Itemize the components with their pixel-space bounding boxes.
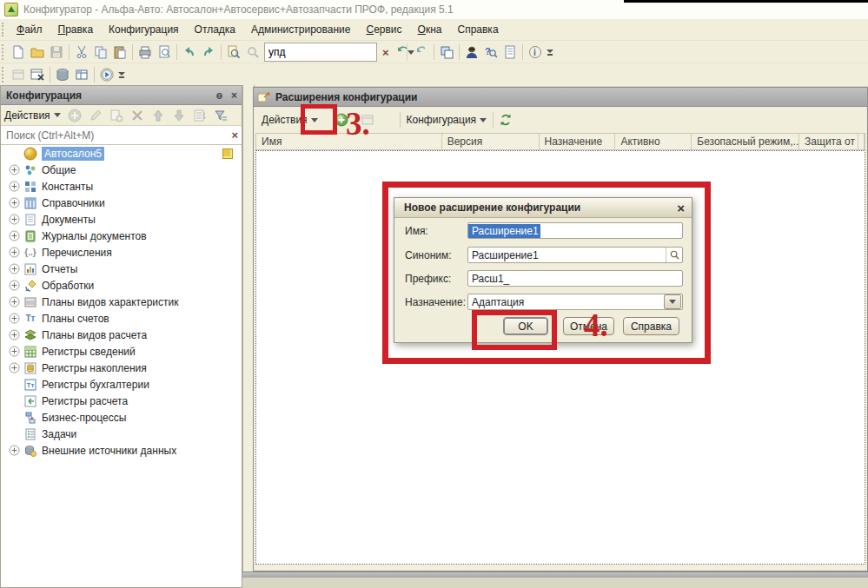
tree-item-catalogs[interactable]: Справочники xyxy=(1,195,242,211)
tree-item-tasks[interactable]: Задачи xyxy=(1,426,242,442)
tree-item-external-data-sources[interactable]: Внешние источники данных xyxy=(1,442,242,459)
expand-icon[interactable] xyxy=(9,296,20,307)
toolbar-overflow-button[interactable] xyxy=(547,50,553,56)
menu-debug[interactable]: Отладка xyxy=(187,21,243,38)
expand-icon[interactable] xyxy=(9,445,20,456)
tree-item-documents[interactable]: Документы xyxy=(1,211,242,228)
extensions-window-titlebar[interactable]: Расширения конфигурации xyxy=(254,88,867,107)
tree-item-business-processes[interactable]: Бизнес-процессы xyxy=(1,409,242,426)
synonym-lookup-button[interactable] xyxy=(666,248,682,262)
start-debugging-button[interactable] xyxy=(97,65,116,84)
tree-item-label[interactable]: Планы видов расчета xyxy=(42,329,147,341)
menu-help[interactable]: Справка xyxy=(449,21,506,38)
expand-icon[interactable] xyxy=(9,362,20,373)
tree-item-chart-of-accounts[interactable]: Тт Планы счетов xyxy=(1,310,242,327)
toolbar-overflow-button[interactable] xyxy=(118,72,125,78)
purpose-field[interactable]: Адаптация xyxy=(467,294,683,310)
paste-button[interactable] xyxy=(110,43,129,62)
templates-button[interactable] xyxy=(500,43,520,62)
tree-item-label[interactable]: Перечисления xyxy=(42,247,112,259)
redo-button[interactable] xyxy=(199,43,218,62)
extensions-actions-button[interactable]: Действия xyxy=(258,112,321,128)
sort-list-button[interactable] xyxy=(189,107,210,124)
edit-button[interactable] xyxy=(85,107,106,124)
tree-item-document-journals[interactable]: Журналы документов xyxy=(1,228,242,244)
tree-item-label[interactable]: Общие xyxy=(42,164,76,176)
name-field[interactable]: Расширение1 xyxy=(467,222,683,239)
column-purpose[interactable]: Назначение xyxy=(540,134,616,149)
expand-icon[interactable] xyxy=(9,164,20,175)
menu-file[interactable]: Файл xyxy=(9,21,50,38)
tree-item-label[interactable]: Задачи xyxy=(42,428,76,440)
expand-icon[interactable] xyxy=(9,214,20,225)
synonym-field[interactable]: Расширение1 xyxy=(467,247,683,263)
delete-extension-button[interactable] xyxy=(358,110,377,129)
syntax-check-modules-button[interactable] xyxy=(412,43,431,62)
menu-service[interactable]: Сервис xyxy=(358,21,409,38)
move-down-button[interactable] xyxy=(169,107,189,124)
actions-menu-button[interactable]: Действия xyxy=(1,108,64,123)
info-button[interactable]: i xyxy=(526,43,545,62)
menu-administration[interactable]: Администрирование xyxy=(243,21,358,38)
user-settings-button[interactable] xyxy=(462,43,481,62)
tree-item-label[interactable]: Регистры бухгалтерии xyxy=(42,379,149,391)
close-window-button[interactable] xyxy=(28,65,47,84)
copy-item-button[interactable] xyxy=(106,107,127,124)
tree-item-label[interactable]: Внешние источники данных xyxy=(42,445,176,457)
add-button[interactable] xyxy=(64,107,85,124)
expand-icon[interactable] xyxy=(9,346,20,357)
prefix-field[interactable]: Расш1_ xyxy=(467,270,683,287)
tree-item-chart-of-calculation-types[interactable]: Планы видов расчета xyxy=(1,327,242,343)
tree-item-calculation-registers[interactable]: Регистры расчета xyxy=(1,393,242,409)
column-protection[interactable]: Защита от опа.. xyxy=(799,134,858,149)
tree-item-reports[interactable]: Отчеты xyxy=(1,261,242,277)
database-button[interactable] xyxy=(53,65,72,84)
close-panel-button[interactable]: × xyxy=(227,89,242,102)
tree-search-box[interactable]: × xyxy=(1,126,242,145)
purpose-dropdown-button[interactable] xyxy=(664,294,681,309)
tree-item-label[interactable]: Журналы документов xyxy=(42,230,147,242)
column-safe-mode[interactable]: Безопасный режим,.. xyxy=(692,134,799,149)
print-preview-button[interactable] xyxy=(155,43,174,62)
undo-button[interactable] xyxy=(180,43,199,62)
add-extension-button[interactable] xyxy=(332,110,351,129)
column-name[interactable]: Имя xyxy=(256,134,442,149)
menu-windows[interactable]: Окна xyxy=(410,21,450,38)
help-search-button[interactable]: ? xyxy=(481,43,500,62)
syntax-check-button[interactable] xyxy=(393,43,412,62)
tree-item-accounting-registers[interactable]: Тт Регистры бухгалтерии xyxy=(1,376,242,393)
tree-item-accumulation-registers[interactable]: Регистры накопления xyxy=(1,360,242,376)
tree-item-label[interactable]: Планы счетов xyxy=(42,313,109,325)
tree-item-label[interactable]: Бизнес-процессы xyxy=(42,412,126,424)
tree-item-data-processors[interactable]: Обработки xyxy=(1,277,242,294)
help-button[interactable]: Справка xyxy=(623,317,679,335)
tree-root-row[interactable]: Автосалон5 xyxy=(1,145,242,162)
expand-icon[interactable] xyxy=(9,247,20,258)
cancel-button[interactable]: Отмена xyxy=(563,317,614,335)
tree-item-enums[interactable]: {..} Перечисления xyxy=(1,244,242,261)
filter-button[interactable] xyxy=(210,107,231,124)
save-button[interactable] xyxy=(47,43,66,62)
clear-search-button[interactable]: × xyxy=(379,46,393,59)
windows-button[interactable] xyxy=(437,43,456,62)
move-up-button[interactable] xyxy=(148,107,169,124)
global-search-button[interactable] xyxy=(224,43,243,62)
tree-item-label[interactable]: Регистры сведений xyxy=(42,346,136,358)
menu-edit[interactable]: Правка xyxy=(50,21,102,38)
tree-root-label[interactable]: Автосалон5 xyxy=(42,147,104,161)
extensions-configuration-button[interactable]: Конфигурация xyxy=(403,112,491,128)
copy-button[interactable] xyxy=(91,43,110,62)
tree-item-label[interactable]: Справочники xyxy=(42,197,105,209)
quick-search-combobox[interactable] xyxy=(264,43,377,62)
tree-item-common[interactable]: Общие xyxy=(1,162,242,178)
expand-icon[interactable] xyxy=(9,230,20,241)
new-document-button[interactable] xyxy=(9,43,28,62)
expand-icon[interactable] xyxy=(9,197,20,208)
cut-button[interactable] xyxy=(72,43,91,62)
window-layout-button[interactable] xyxy=(9,65,28,84)
tree-item-label[interactable]: Документы xyxy=(42,214,96,226)
ok-button[interactable]: OK xyxy=(503,317,548,335)
expand-icon[interactable] xyxy=(9,329,20,340)
tree-item-constants[interactable]: Константы xyxy=(1,178,242,195)
column-active[interactable]: Активно xyxy=(615,134,692,149)
